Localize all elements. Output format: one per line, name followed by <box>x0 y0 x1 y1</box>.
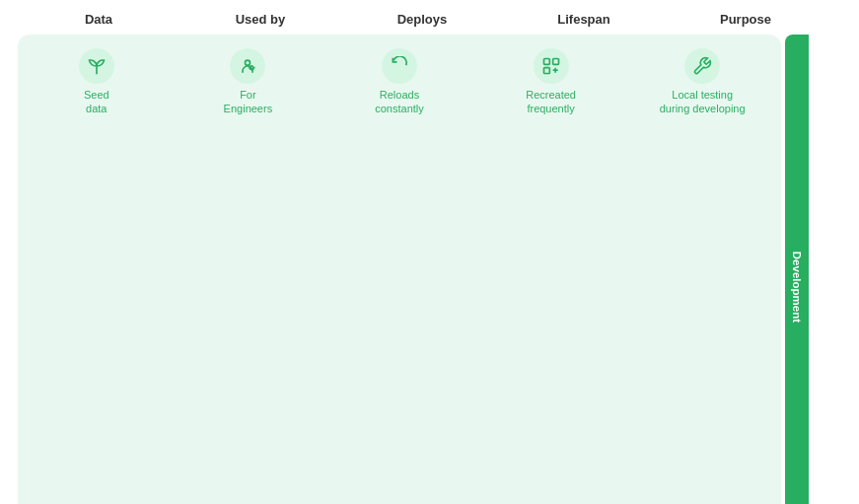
icon-dev-0 <box>79 48 114 84</box>
band-dev: Seed dataFor EngineersReloads constantly… <box>18 35 781 504</box>
header-purpose: Purpose <box>665 8 826 31</box>
header-usedby: Used by <box>179 8 341 31</box>
env-label-text-dev: Development <box>791 251 803 322</box>
cell-dev-4: Local testing during developing <box>627 42 777 504</box>
label-dev-4: Local testing during developing <box>660 88 746 116</box>
header-lifespan: Lifespan <box>503 8 665 31</box>
cell-dev-2: Reloads constantly <box>324 42 474 504</box>
cell-dev-3: Recreated frequently <box>476 42 626 504</box>
env-label-dev: Development <box>785 35 809 504</box>
grid-area: Seed dataFor EngineersReloads constantly… <box>18 35 826 504</box>
cell-dev-0: Seed data <box>22 42 172 504</box>
env-row-dev: Seed dataFor EngineersReloads constantly… <box>18 35 826 504</box>
cell-dev-1: For Engineers <box>174 42 323 504</box>
label-dev-1: For Engineers <box>224 88 273 116</box>
svg-rect-2 <box>543 59 549 65</box>
icon-dev-1 <box>230 48 265 84</box>
icon-dev-3 <box>534 48 569 84</box>
label-container-dev: Development <box>785 35 826 504</box>
label-dev-0: Seed data <box>84 88 109 116</box>
header-row: Data Used by Deploys Lifespan Purpose <box>18 8 826 31</box>
svg-rect-4 <box>543 68 549 74</box>
icon-dev-2 <box>382 48 417 84</box>
svg-point-0 <box>246 60 251 65</box>
label-dev-2: Reloads constantly <box>375 88 424 116</box>
icon-dev-4 <box>684 48 720 84</box>
header-data: Data <box>18 8 179 31</box>
svg-rect-3 <box>552 59 558 65</box>
label-dev-3: Recreated frequently <box>526 88 576 116</box>
header-deploys: Deploys <box>341 8 503 31</box>
table-container: Data Used by Deploys Lifespan Purpose Se… <box>0 0 859 504</box>
